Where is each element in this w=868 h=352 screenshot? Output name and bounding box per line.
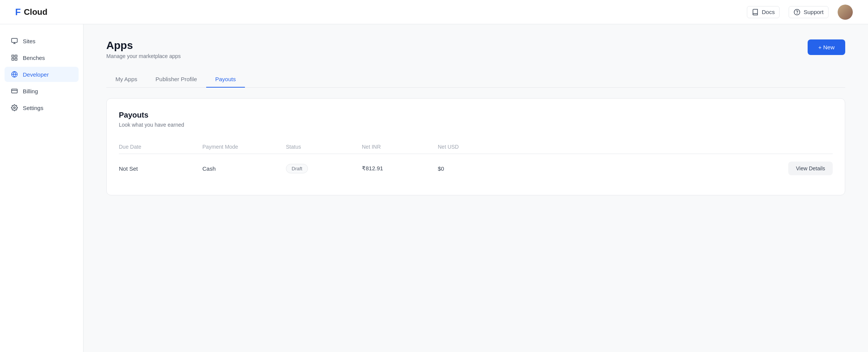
docs-button[interactable]: Docs (747, 6, 780, 18)
table-header: Due Date Payment Mode Status Net INR Net… (119, 140, 833, 154)
sidebar-item-sites[interactable]: Sites (5, 33, 79, 49)
tab-publisher-profile[interactable]: Publisher Profile (147, 71, 206, 88)
th-net-usd: Net USD (438, 144, 514, 150)
support-button[interactable]: Support (789, 6, 829, 18)
settings-icon (11, 104, 18, 112)
page-header: Apps Manage your marketplace apps + New (106, 39, 845, 59)
tabs: My Apps Publisher Profile Payouts (106, 71, 845, 88)
billing-icon (11, 87, 18, 95)
td-net-inr: ₹812.91 (362, 165, 438, 172)
th-due-date: Due Date (119, 144, 202, 150)
th-actions (514, 144, 833, 150)
svg-rect-11 (12, 89, 17, 93)
avatar-image (838, 5, 853, 20)
page-header-text: Apps Manage your marketplace apps (106, 39, 181, 59)
td-due-date: Not Set (119, 165, 202, 172)
logo[interactable]: F Cloud (15, 7, 47, 17)
payouts-card-subtitle: Look what you have earned (119, 122, 833, 128)
sidebar-item-settings[interactable]: Settings (5, 100, 79, 115)
avatar[interactable] (838, 5, 853, 20)
payouts-card: Payouts Look what you have earned Due Da… (106, 98, 845, 195)
td-actions: View Details (514, 162, 833, 175)
th-status: Status (286, 144, 362, 150)
view-details-button[interactable]: View Details (788, 162, 833, 175)
table-row: Not Set Cash Draft ₹812.91 $0 View Detai… (119, 154, 833, 183)
svg-point-1 (797, 13, 797, 14)
sidebar-item-billing[interactable]: Billing (5, 83, 79, 99)
logo-text: Cloud (24, 7, 47, 17)
sidebar-item-developer[interactable]: Developer (5, 67, 79, 82)
td-payment-mode: Cash (202, 165, 286, 172)
tab-my-apps[interactable]: My Apps (106, 71, 147, 88)
sidebar-item-benches[interactable]: Benches (5, 50, 79, 65)
td-net-usd: $0 (438, 165, 514, 172)
sidebar-item-sites-label: Sites (23, 38, 35, 44)
sidebar-item-developer-label: Developer (23, 71, 49, 78)
th-net-inr: Net INR (362, 144, 438, 150)
svg-point-13 (14, 107, 16, 109)
svg-rect-8 (15, 58, 17, 60)
svg-rect-7 (12, 58, 14, 60)
td-status: Draft (286, 164, 362, 173)
topnav-right: Docs Support (747, 5, 853, 20)
svg-rect-6 (15, 55, 17, 57)
sites-icon (11, 37, 18, 45)
developer-icon (11, 71, 18, 78)
svg-rect-5 (12, 55, 14, 57)
new-button[interactable]: + New (808, 39, 845, 55)
payouts-card-title: Payouts (119, 111, 833, 119)
logo-f-icon: F (15, 7, 21, 17)
sidebar-item-billing-label: Billing (23, 88, 38, 94)
status-badge: Draft (286, 164, 308, 173)
th-payment-mode: Payment Mode (202, 144, 286, 150)
sidebar: Sites Benches Developer (0, 24, 84, 352)
page-title: Apps (106, 39, 181, 52)
main-content: Apps Manage your marketplace apps + New … (84, 24, 868, 352)
support-label: Support (803, 9, 824, 15)
support-icon (794, 9, 800, 16)
docs-label: Docs (762, 9, 775, 15)
page-subtitle: Manage your marketplace apps (106, 53, 181, 59)
app-layout: Sites Benches Developer (0, 24, 868, 352)
svg-rect-2 (12, 38, 17, 42)
tab-payouts[interactable]: Payouts (206, 71, 245, 88)
topnav: F Cloud Docs Support (0, 0, 868, 24)
sidebar-item-settings-label: Settings (23, 105, 43, 111)
sidebar-item-benches-label: Benches (23, 55, 45, 61)
docs-icon (752, 9, 759, 16)
benches-icon (11, 54, 18, 61)
